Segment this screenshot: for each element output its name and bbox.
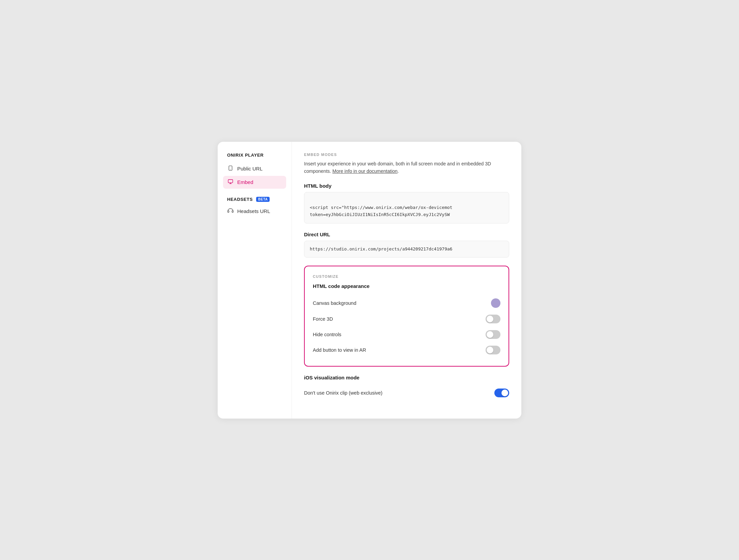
embed-description: Insert your experience in your web domai…	[304, 160, 509, 175]
sidebar-item-public-url[interactable]: Public URL	[223, 162, 286, 175]
beta-badge: BETA	[256, 197, 270, 202]
doc-link[interactable]: More info in our documentation	[332, 168, 398, 174]
toggle-row-hide-controls: Hide controls	[313, 327, 500, 342]
customize-box: CUSTOMIZE HTML code appearance Canvas ba…	[304, 266, 509, 367]
toggle-row-canvas-background: Canvas background	[313, 295, 500, 311]
svg-rect-5	[228, 211, 229, 212]
dont-use-clip-label: Don't use Onirix clip (web exclusive)	[304, 390, 382, 396]
sidebar-item-label-public-url: Public URL	[237, 166, 263, 171]
svg-rect-2	[228, 180, 232, 183]
customize-label: CUSTOMIZE	[313, 274, 500, 278]
sidebar-headsets-title: HEADSETS	[227, 197, 253, 202]
ios-section: iOS visualization mode Don't use Onirix …	[304, 375, 509, 401]
dont-use-clip-toggle[interactable]	[494, 389, 509, 397]
sidebar: ONIRIX PLAYER Public URL Embed	[218, 142, 292, 419]
toggle-row-dont-use-clip: Don't use Onirix clip (web exclusive)	[304, 385, 509, 401]
direct-url-label: Direct URL	[304, 232, 509, 237]
canvas-background-label: Canvas background	[313, 300, 356, 306]
sidebar-headsets-header: HEADSETS BETA	[223, 197, 286, 202]
sidebar-player-title: ONIRIX PLAYER	[223, 153, 286, 158]
ios-title: iOS visualization mode	[304, 375, 509, 380]
mobile-icon	[227, 165, 234, 172]
add-ar-button-label: Add button to view in AR	[313, 347, 366, 353]
force-3d-toggle[interactable]	[486, 315, 500, 323]
sidebar-item-headsets-url[interactable]: Headsets URL	[223, 205, 286, 217]
toggle-row-force-3d: Force 3D	[313, 311, 500, 327]
canvas-background-color-picker[interactable]	[491, 298, 500, 308]
headsets-icon	[227, 208, 234, 214]
hide-controls-toggle[interactable]	[486, 330, 500, 339]
html-body-code[interactable]: <script src="https://www.onirix.com/weba…	[304, 192, 509, 223]
toggle-row-add-ar-button: Add button to view in AR	[313, 342, 500, 358]
hide-controls-label: Hide controls	[313, 332, 341, 337]
direct-url-code[interactable]: https://studio.onirix.com/projects/a9442…	[304, 241, 509, 258]
sidebar-item-embed[interactable]: Embed	[223, 176, 286, 189]
embed-icon	[227, 179, 234, 186]
main-content: EMBED MODES Insert your experience in yo…	[292, 142, 521, 419]
force-3d-label: Force 3D	[313, 316, 333, 322]
sidebar-headsets-section: HEADSETS BETA Headsets URL	[223, 197, 286, 217]
customize-title: HTML code appearance	[313, 283, 500, 289]
embed-modes-label: EMBED MODES	[304, 153, 509, 157]
add-ar-button-toggle[interactable]	[486, 346, 500, 354]
main-card: ONIRIX PLAYER Public URL Embed	[218, 142, 521, 419]
svg-rect-6	[232, 211, 234, 212]
html-body-label: HTML body	[304, 183, 509, 189]
sidebar-item-label-embed: Embed	[237, 179, 253, 185]
sidebar-item-label-headsets-url: Headsets URL	[237, 208, 270, 214]
